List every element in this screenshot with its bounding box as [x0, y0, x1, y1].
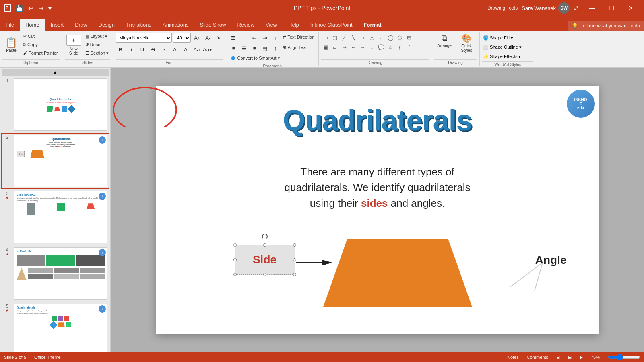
align-center-button[interactable]: ☰	[239, 43, 249, 53]
outline-dropdown-icon[interactable]: ▾	[519, 45, 522, 50]
quick-styles-button[interactable]: 🎨 Quick Styles	[456, 32, 477, 58]
close-button[interactable]: ✕	[621, 2, 640, 14]
bold-button[interactable]: B	[116, 45, 125, 54]
clear-format-button[interactable]: ✕	[214, 33, 223, 43]
increase-font-button[interactable]: A+	[192, 33, 202, 43]
format-painter-button[interactable]: 🖌 Format Painter	[21, 49, 60, 57]
tab-review[interactable]: Review	[231, 19, 260, 31]
italic-button[interactable]: I	[126, 45, 136, 54]
side-textbox[interactable]: Side	[235, 245, 295, 275]
more-commands-button[interactable]: ▾	[47, 4, 53, 13]
columns-button[interactable]: ⫿	[270, 33, 280, 43]
shape-circle[interactable]: ○	[377, 33, 386, 42]
tab-format[interactable]: Format	[358, 19, 387, 31]
shape-fill-button[interactable]: 🪣 Shape Fill ▾	[482, 34, 533, 42]
handle-ml[interactable]	[233, 258, 237, 261]
slide-1-thumbnail[interactable]: Quadrilaterals: A Parade of Four-Sided P…	[14, 78, 107, 131]
zoom-slider[interactable]	[608, 354, 640, 360]
shadow-button[interactable]: S	[159, 45, 169, 54]
slide-thumb-4[interactable]: 4 ★ In Real Life	[2, 246, 109, 301]
align-right-button[interactable]: ≡	[250, 43, 259, 53]
shape-oval[interactable]: ◯	[386, 33, 395, 42]
tab-view[interactable]: View	[260, 19, 283, 31]
char-spacing-button[interactable]: Aa	[192, 45, 201, 54]
handle-mr[interactable]	[293, 258, 296, 261]
slide-thumb-5[interactable]: 5 ★ Quadrilaterals With your newly found…	[2, 302, 109, 352]
increase-indent-button[interactable]: ⇥	[260, 33, 270, 43]
tell-me-input[interactable]: 💡 Tell me what you want to do	[568, 21, 644, 31]
paste-button[interactable]: 📋 Paste	[2, 32, 20, 58]
tab-animations[interactable]: Animations	[157, 19, 194, 31]
comments-button[interactable]: Comments	[527, 355, 548, 360]
shape-callout[interactable]: 💬	[377, 43, 386, 51]
section-button[interactable]: ☰ Section ▾	[84, 49, 111, 57]
avatar[interactable]: SW	[558, 2, 570, 14]
shape-pentagon[interactable]: ⬠	[395, 33, 404, 42]
notes-button[interactable]: Notes	[507, 355, 519, 360]
tab-home[interactable]: Home	[20, 19, 45, 31]
tab-insert[interactable]: Insert	[45, 19, 70, 31]
slideshow-button[interactable]: ▶	[580, 355, 583, 360]
handle-tr[interactable]	[293, 243, 296, 247]
shape-parallelogram[interactable]: ▱	[330, 43, 339, 51]
handle-bc[interactable]	[263, 273, 266, 276]
font-family-selector[interactable]: Minya Nouvelle	[116, 33, 172, 43]
minimize-button[interactable]: —	[583, 2, 601, 14]
panel-scroll-up[interactable]: ▲	[2, 69, 109, 76]
justify-button[interactable]: ▤	[260, 43, 270, 53]
change-case-button[interactable]: Aa▾	[202, 45, 212, 54]
layout-button[interactable]: ▤ Layout ▾	[84, 32, 111, 40]
slide-sorter-button[interactable]: ⊟	[568, 355, 572, 360]
text-direction-button[interactable]: ⇄ Text Direction	[281, 33, 316, 41]
shape-rounded-square[interactable]: ▣	[321, 43, 330, 51]
shape-right-arrow[interactable]: →	[358, 43, 367, 51]
tab-draw[interactable]: Draw	[69, 19, 93, 31]
share-icon[interactable]: ⤢	[574, 4, 579, 12]
save-button[interactable]: 💾	[14, 4, 25, 13]
shape-outline-button[interactable]: ⬜ Shape Outline ▾	[482, 43, 533, 51]
undo-button[interactable]: ↩	[27, 4, 35, 13]
inknoe-canvas-badge[interactable]: INKNO E Edu	[567, 90, 595, 118]
shape-arrow-line[interactable]: →	[358, 33, 367, 42]
shape-rounded-rect[interactable]: ▢	[330, 33, 339, 42]
new-slide-button[interactable]: + New Slide	[65, 32, 83, 58]
cut-button[interactable]: ✂ Cut	[21, 32, 60, 40]
shape-diagonal-line[interactable]: ╲	[349, 33, 358, 42]
underline-button[interactable]: U	[137, 45, 147, 54]
rotate-handle[interactable]	[262, 234, 268, 239]
bullets-button[interactable]: ☰	[229, 33, 238, 43]
shape-up-down-arrow[interactable]: ↕	[367, 43, 376, 51]
handle-tc[interactable]	[263, 243, 266, 247]
shape-curve-arrow[interactable]: ↪	[340, 43, 349, 51]
line-spacing-button[interactable]: ↕	[270, 43, 280, 53]
font-color-button[interactable]: A	[170, 45, 180, 54]
highlight-button[interactable]: A	[181, 45, 190, 54]
font-size-selector[interactable]: 40	[173, 33, 191, 43]
fill-dropdown-icon[interactable]: ▾	[511, 35, 513, 41]
tab-slideshow[interactable]: Slide Show	[194, 19, 231, 31]
shape-brace[interactable]: {	[395, 43, 404, 51]
slide-thumb-1[interactable]: 1 Quadrilaterals: A Parade of Four-Sided…	[2, 77, 109, 132]
slide-3-thumbnail[interactable]: Let's Review... All polygons are made up…	[14, 191, 107, 243]
slide-thumb-3[interactable]: 3 ★ Let's Review... All polygons are mad…	[2, 190, 109, 245]
convert-smartart-button[interactable]: 🔷 Convert to SmartArt ▾	[229, 54, 281, 62]
tab-inknoe[interactable]: Inknoe ClassPoint	[305, 19, 358, 31]
decrease-font-button[interactable]: A-	[203, 33, 213, 43]
arrange-button[interactable]: ⧉ Arrange	[434, 32, 455, 58]
align-text-button[interactable]: ⊞ Align Text	[281, 43, 308, 51]
shape-more[interactable]: ⊞	[405, 33, 413, 42]
shape-rectangle[interactable]: ▭	[321, 33, 330, 42]
restore-button[interactable]: ❐	[602, 2, 621, 14]
normal-view-button[interactable]: ⊞	[556, 355, 560, 360]
copy-button[interactable]: ⧉ Copy	[21, 41, 60, 49]
tab-file[interactable]: File	[0, 19, 20, 31]
slide-4-thumbnail[interactable]: In Real Life	[14, 247, 107, 300]
align-left-button[interactable]: ≡	[229, 43, 238, 53]
handle-bl[interactable]	[233, 273, 237, 276]
shape-left-arrow[interactable]: ←	[349, 43, 358, 51]
slide-2-thumbnail[interactable]: Quadrilaterals There are many different …	[14, 135, 107, 187]
handle-br[interactable]	[293, 273, 296, 276]
shape-bracket[interactable]: [	[405, 43, 413, 51]
redo-button[interactable]: ↪	[37, 4, 45, 13]
reset-button[interactable]: ↺ Reset	[84, 41, 111, 49]
